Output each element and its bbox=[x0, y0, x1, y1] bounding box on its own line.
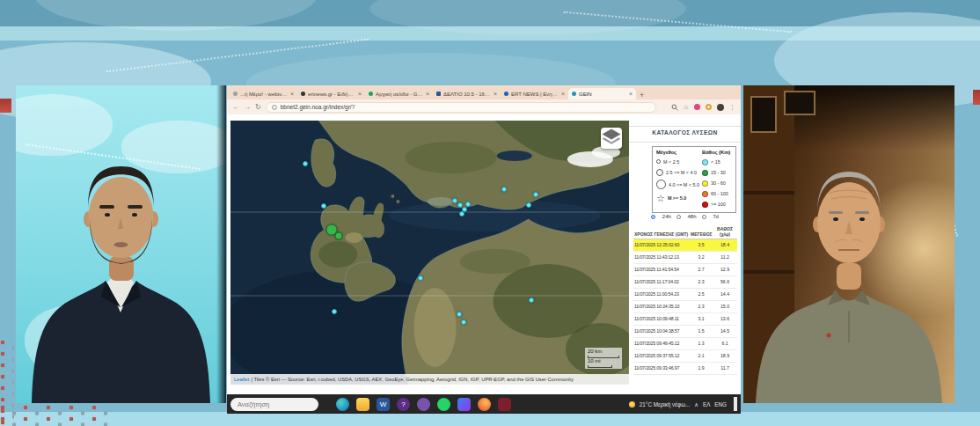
tab-google-drive[interactable]: Αρχική σελίδα - Google Drive × bbox=[365, 88, 433, 99]
earthquake-marker-cyan[interactable] bbox=[501, 187, 507, 192]
quake-row[interactable]: 11/07/2025 11:41:54.542.712.9 bbox=[633, 263, 737, 275]
earthquake-marker-cyan[interactable] bbox=[526, 202, 531, 208]
site-favicon bbox=[233, 92, 238, 96]
browser-menu-icon[interactable]: ⋮ bbox=[729, 104, 735, 111]
close-tab-icon[interactable]: × bbox=[494, 91, 497, 97]
taskbar-search-input[interactable] bbox=[230, 398, 318, 411]
layers-icon bbox=[601, 128, 622, 149]
time-filter-24h[interactable]: 24h bbox=[651, 214, 671, 219]
earthquake-marker-cyan[interactable] bbox=[457, 312, 462, 317]
viber-icon[interactable] bbox=[417, 398, 430, 411]
forward-icon[interactable]: → bbox=[244, 103, 251, 111]
quake-row[interactable]: 11/07/2025 10:24:35.102.315.0 bbox=[633, 300, 737, 312]
site-info-icon[interactable] bbox=[272, 105, 277, 110]
earthquake-marker-cyan[interactable] bbox=[321, 203, 326, 209]
drive-favicon bbox=[369, 92, 373, 96]
depth-legend: Βάθος (Km) < 15 15 - 30 30 - 60 60 - 100… bbox=[702, 150, 735, 209]
file-explorer-icon[interactable] bbox=[356, 398, 369, 411]
back-icon[interactable]: ← bbox=[232, 103, 239, 111]
close-tab-icon[interactable]: × bbox=[290, 91, 294, 97]
studio-red-accent-left bbox=[0, 99, 11, 113]
extension-ring-icon[interactable] bbox=[706, 104, 712, 110]
new-tab-button[interactable]: + bbox=[640, 91, 644, 99]
media-app-icon[interactable] bbox=[498, 398, 511, 411]
quake-row[interactable]: 11/07/2025 11:00:54.232.514.4 bbox=[633, 288, 737, 300]
close-tab-icon[interactable]: × bbox=[629, 91, 633, 97]
earthquake-marker-cyan[interactable] bbox=[461, 320, 466, 325]
earthquake-marker-cyan[interactable] bbox=[529, 297, 534, 303]
language-indicator-secondary[interactable]: ENG bbox=[714, 401, 727, 408]
earthquake-marker-cyan[interactable] bbox=[452, 198, 457, 203]
radio-icon bbox=[676, 215, 681, 219]
depth-swatch bbox=[702, 180, 708, 187]
quake-row[interactable]: 11/07/2025 12:25:02.603.518.4 bbox=[633, 239, 737, 251]
earthquake-map[interactable]: 20 km 10 mi Leaflet | Tiles © Esri — Sou… bbox=[230, 121, 629, 385]
viber-info-icon[interactable]: ? bbox=[397, 398, 410, 411]
windows-taskbar: W ? 21°C Μερική νέφω... ∧ ΕΛ ENG bbox=[227, 394, 741, 414]
show-desktop-button[interactable] bbox=[734, 397, 737, 411]
tab-ert-news[interactable]: ERT NEWS | Ενημέρωση, Πολιτ... × bbox=[501, 88, 568, 99]
legend-box: Μέγεθος M < 2.5 2.5 <= M < 4.0 4.0 <= M … bbox=[652, 146, 736, 213]
tab-gein-active[interactable]: GEIN × bbox=[568, 88, 636, 99]
reload-icon[interactable]: ↻ bbox=[255, 103, 261, 111]
earthquake-marker-cyan[interactable] bbox=[465, 202, 471, 207]
extension-icon[interactable] bbox=[694, 104, 700, 110]
magnitude-legend-title: Μέγεθος bbox=[656, 150, 700, 155]
word-icon[interactable]: W bbox=[377, 398, 390, 411]
bookmark-star-icon[interactable]: ☆ bbox=[684, 104, 689, 111]
panel-title: ΚΑΤΑΛΟΓΟΣ ΛΥΣΕΩΝ bbox=[629, 129, 741, 136]
studio-dot-pattern-horizontal bbox=[0, 405, 111, 426]
broadcast-frame: ...ή Μέρα! - webtv988gr... × ertnews.gr … bbox=[0, 0, 980, 426]
earthquake-marker-cyan[interactable] bbox=[459, 211, 464, 217]
close-tab-icon[interactable]: × bbox=[426, 91, 429, 97]
tray-chevron-icon[interactable]: ∧ bbox=[694, 401, 698, 408]
earthquake-marker-cyan[interactable] bbox=[303, 161, 308, 166]
tab-webtv[interactable]: ...ή Μέρα! - webtv988gr... × bbox=[230, 88, 297, 99]
address-bar[interactable]: bbnet2.gein.noa.gr/index/gr/? bbox=[266, 102, 656, 113]
photos-icon[interactable] bbox=[457, 398, 471, 411]
tab-ertnews-site[interactable]: ertnews.gr - Ειδήσεις, νέα και επ... × bbox=[297, 88, 365, 99]
quake-row[interactable]: 11/07/2025 11:43:12.133.211.2 bbox=[633, 251, 737, 263]
quake-row[interactable]: 11/07/2025 09:37:55.122.118.9 bbox=[633, 349, 737, 362]
depth-swatch bbox=[702, 202, 708, 208]
whatsapp-icon[interactable] bbox=[437, 398, 450, 411]
weather-text[interactable]: 21°C Μερική νέφω... bbox=[640, 401, 690, 408]
quake-row[interactable]: 11/07/2025 09:49:45.121.36.1 bbox=[633, 337, 737, 349]
close-tab-icon[interactable]: × bbox=[358, 91, 362, 97]
quake-row[interactable]: 11/07/2025 11:17:04.022.356.6 bbox=[633, 275, 737, 288]
quake-row[interactable]: 11/07/2025 10:09:48.113.113.6 bbox=[633, 312, 737, 325]
browser-tabstrip: ...ή Μέρα! - webtv988gr... × ertnews.gr … bbox=[227, 85, 741, 99]
table-header-row: ΧΡΟΝΟΣ ΓΕΝΕΣΗΣ (GMT) ΜΕΓΕΘΟΣ ΒΑΘΟΣ (χλμ) bbox=[633, 222, 737, 239]
quake-row[interactable]: 11/07/2025 09:33:46.971.911.7 bbox=[633, 362, 737, 374]
col-header-time: ΧΡΟΝΟΣ ΓΕΝΕΣΗΣ (GMT) bbox=[633, 222, 690, 239]
studio-red-accent-right bbox=[973, 90, 980, 105]
divider bbox=[629, 126, 741, 127]
seismic-sidepanel: ΚΑΤΑΛΟΓΟΣ ΛΥΣΕΩΝ Μέγεθος M < 2.5 2.5 <= … bbox=[629, 114, 741, 394]
word-doc-favicon bbox=[436, 92, 441, 96]
firefox-icon[interactable] bbox=[478, 398, 491, 411]
scale-mi-bar bbox=[588, 365, 612, 368]
search-icon[interactable] bbox=[671, 104, 678, 111]
url-text: bbnet2.gein.noa.gr/index/gr/? bbox=[281, 104, 355, 110]
radio-icon bbox=[702, 215, 706, 219]
shared-desktop: ...ή Μέρα! - webtv988gr... × ertnews.gr … bbox=[227, 85, 741, 414]
earthquake-marker-cyan[interactable] bbox=[332, 309, 337, 314]
weather-icon bbox=[629, 401, 635, 408]
leaflet-link[interactable]: Leaflet bbox=[234, 377, 249, 382]
close-tab-icon[interactable]: × bbox=[561, 91, 565, 97]
col-header-magnitude: ΜΕΓΕΘΟΣ bbox=[690, 222, 713, 239]
profile-avatar[interactable] bbox=[717, 104, 724, 111]
edge-icon[interactable] bbox=[336, 398, 349, 411]
language-indicator[interactable]: ΕΛ bbox=[703, 401, 710, 408]
time-filter-48h[interactable]: 48h bbox=[676, 214, 697, 219]
earthquake-marker-green-small[interactable] bbox=[335, 231, 343, 239]
layers-control[interactable] bbox=[601, 128, 622, 149]
tab-word-doc[interactable]: ΔΕΛΤΙΟ 10.5 - 16 - 12_7_2025... × bbox=[433, 88, 501, 99]
earthquake-marker-cyan[interactable] bbox=[418, 275, 423, 281]
magnitude-star-icon: ☆ bbox=[656, 195, 665, 202]
magnitude-medium-circle bbox=[656, 169, 663, 176]
quake-row[interactable]: 11/07/2025 10:04:38.571.514.5 bbox=[633, 325, 737, 337]
earthquake-marker-cyan[interactable] bbox=[533, 192, 538, 197]
time-filter-7d[interactable]: 7d bbox=[702, 214, 719, 219]
map-markers bbox=[230, 121, 629, 385]
